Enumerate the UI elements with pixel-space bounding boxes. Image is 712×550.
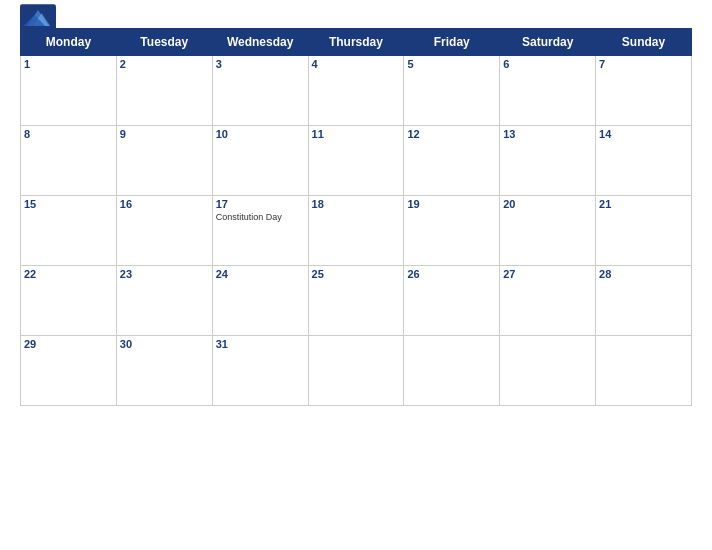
day-number: 4	[312, 58, 401, 70]
calendar-cell: 27	[500, 266, 596, 336]
calendar-header	[20, 10, 692, 22]
calendar-cell: 19	[404, 196, 500, 266]
calendar-cell: 31	[212, 336, 308, 406]
day-number: 2	[120, 58, 209, 70]
calendar-table: MondayTuesdayWednesdayThursdayFridaySatu…	[20, 28, 692, 406]
calendar-cell: 9	[116, 126, 212, 196]
day-number: 12	[407, 128, 496, 140]
calendar-cell: 25	[308, 266, 404, 336]
calendar-cell: 24	[212, 266, 308, 336]
calendar-cell: 13	[500, 126, 596, 196]
calendar-week-2: 891011121314	[21, 126, 692, 196]
day-number: 27	[503, 268, 592, 280]
calendar-cell	[500, 336, 596, 406]
calendar-cell: 2	[116, 56, 212, 126]
calendar-cell: 30	[116, 336, 212, 406]
day-number: 31	[216, 338, 305, 350]
weekday-header-wednesday: Wednesday	[212, 29, 308, 56]
calendar-cell: 21	[596, 196, 692, 266]
calendar-cell: 10	[212, 126, 308, 196]
day-number: 14	[599, 128, 688, 140]
day-number: 28	[599, 268, 688, 280]
day-number: 9	[120, 128, 209, 140]
calendar-cell: 1	[21, 56, 117, 126]
day-number: 7	[599, 58, 688, 70]
day-number: 23	[120, 268, 209, 280]
calendar-cell: 22	[21, 266, 117, 336]
day-number: 25	[312, 268, 401, 280]
calendar-cell: 17Constitution Day	[212, 196, 308, 266]
calendar-cell: 23	[116, 266, 212, 336]
calendar-cell: 16	[116, 196, 212, 266]
day-number: 16	[120, 198, 209, 210]
day-number: 15	[24, 198, 113, 210]
calendar-cell: 28	[596, 266, 692, 336]
day-number: 8	[24, 128, 113, 140]
calendar-cell	[404, 336, 500, 406]
day-number: 20	[503, 198, 592, 210]
day-number: 18	[312, 198, 401, 210]
calendar-cell: 8	[21, 126, 117, 196]
calendar-cell: 18	[308, 196, 404, 266]
day-number: 21	[599, 198, 688, 210]
weekday-header-sunday: Sunday	[596, 29, 692, 56]
calendar-cell: 14	[596, 126, 692, 196]
weekday-header-friday: Friday	[404, 29, 500, 56]
day-number: 3	[216, 58, 305, 70]
calendar-cell: 12	[404, 126, 500, 196]
weekday-header-saturday: Saturday	[500, 29, 596, 56]
calendar-cell: 26	[404, 266, 500, 336]
day-number: 13	[503, 128, 592, 140]
calendar-cell: 5	[404, 56, 500, 126]
calendar-cell	[308, 336, 404, 406]
weekday-header-thursday: Thursday	[308, 29, 404, 56]
day-number: 5	[407, 58, 496, 70]
day-number: 11	[312, 128, 401, 140]
weekday-header-monday: Monday	[21, 29, 117, 56]
weekday-header-tuesday: Tuesday	[116, 29, 212, 56]
calendar-week-1: 1234567	[21, 56, 692, 126]
calendar-week-3: 151617Constitution Day18192021	[21, 196, 692, 266]
day-number: 22	[24, 268, 113, 280]
calendar-cell	[596, 336, 692, 406]
calendar-cell: 7	[596, 56, 692, 126]
day-number: 24	[216, 268, 305, 280]
weekday-header-row: MondayTuesdayWednesdayThursdayFridaySatu…	[21, 29, 692, 56]
event-label: Constitution Day	[216, 212, 305, 222]
calendar-cell: 3	[212, 56, 308, 126]
day-number: 17	[216, 198, 305, 210]
calendar-cell: 29	[21, 336, 117, 406]
day-number: 29	[24, 338, 113, 350]
day-number: 1	[24, 58, 113, 70]
calendar-cell: 15	[21, 196, 117, 266]
calendar-cell: 20	[500, 196, 596, 266]
calendar-cell: 11	[308, 126, 404, 196]
day-number: 26	[407, 268, 496, 280]
generalblue-logo	[20, 4, 56, 33]
day-number: 6	[503, 58, 592, 70]
day-number: 30	[120, 338, 209, 350]
day-number: 10	[216, 128, 305, 140]
calendar-week-4: 22232425262728	[21, 266, 692, 336]
calendar-cell: 4	[308, 56, 404, 126]
calendar-cell: 6	[500, 56, 596, 126]
calendar-week-5: 293031	[21, 336, 692, 406]
day-number: 19	[407, 198, 496, 210]
